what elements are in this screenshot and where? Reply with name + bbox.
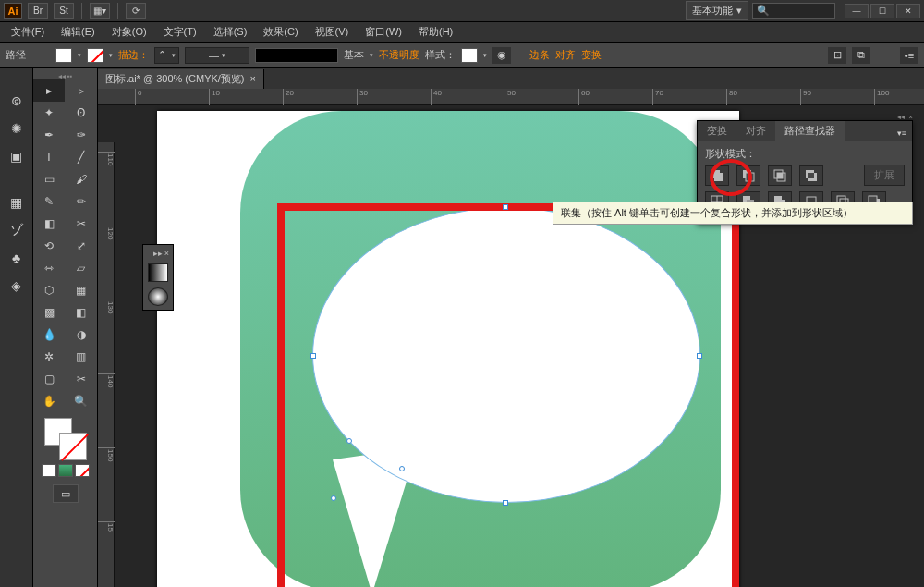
pencil-tool[interactable]: ✏ <box>66 190 97 213</box>
link-align[interactable]: 对齐 <box>555 48 576 62</box>
brush-definition[interactable] <box>255 48 338 63</box>
var-width-profile[interactable]: — ▾ <box>185 47 249 64</box>
menu-file[interactable]: 文件(F) <box>4 23 52 41</box>
menu-object[interactable]: 对象(O) <box>104 23 154 41</box>
swatches-icon[interactable]: ◈ <box>6 275 27 296</box>
gradient-tool[interactable]: ◧ <box>66 301 97 324</box>
panel-grip[interactable]: ◂◂× <box>697 113 913 120</box>
radial-gradient-swatch[interactable] <box>148 287 168 306</box>
linear-gradient-swatch[interactable] <box>148 263 168 282</box>
isolate-button[interactable]: ⊡ <box>828 47 846 64</box>
layers-icon[interactable]: ▣ <box>6 146 27 166</box>
minimize-button[interactable]: — <box>845 4 869 18</box>
cc-libraries-icon[interactable]: ⊚ <box>6 91 27 111</box>
anchor-point[interactable] <box>503 500 508 506</box>
stock-icon[interactable]: St <box>54 3 74 19</box>
arrange-docs-icon[interactable]: ▦▾ <box>90 3 110 19</box>
direct-selection-tool[interactable]: ▹ <box>66 79 97 102</box>
menu-view[interactable]: 视图(V) <box>308 23 357 41</box>
link-border[interactable]: 边条 <box>529 48 550 62</box>
anchor-point[interactable] <box>346 438 352 444</box>
recolor-artwork-button[interactable]: ◉ <box>492 47 511 64</box>
scissors-tool[interactable]: ✂ <box>66 213 97 235</box>
workspace-switcher[interactable]: 基本功能 ▾ <box>686 1 748 20</box>
chevron-down-icon[interactable]: ▾ <box>483 52 487 59</box>
color-mode-swatch[interactable] <box>42 464 56 477</box>
close-icon[interactable]: × <box>164 249 169 258</box>
curvature-tool[interactable]: ✑ <box>66 124 97 146</box>
tab-transform[interactable]: 变换 <box>698 121 736 141</box>
expand-button[interactable]: 扩展 <box>864 165 905 186</box>
properties-icon[interactable]: ✺ <box>6 118 27 139</box>
pathfinder-exclude-button[interactable] <box>799 165 823 186</box>
brushes-icon[interactable]: ゾ <box>6 220 27 240</box>
ruler-vertical[interactable]: 110 120 130 140 150 15 <box>98 142 115 587</box>
menu-effect[interactable]: 效果(C) <box>256 23 305 41</box>
line-tool[interactable]: ╱ <box>66 146 97 168</box>
anchor-point[interactable] <box>331 495 336 501</box>
menu-select[interactable]: 选择(S) <box>206 23 255 41</box>
chevron-down-icon[interactable]: ▾ <box>109 52 113 59</box>
panel-menu-icon[interactable]: ▾≡ <box>892 126 912 141</box>
scale-tool[interactable]: ⤢ <box>66 235 97 257</box>
width-tool[interactable]: ⇿ <box>33 257 65 279</box>
gradient-mini-panel[interactable]: ▸▸× <box>142 244 174 311</box>
document-tab[interactable]: 图标.ai* @ 300% (CMYK/预览) × <box>98 69 264 89</box>
menu-help[interactable]: 帮助(H) <box>411 23 460 41</box>
lasso-tool[interactable]: ʘ <box>66 102 97 124</box>
artboard-tool[interactable]: ▢ <box>33 368 65 390</box>
eyedropper-tool[interactable]: 💧 <box>33 324 65 346</box>
close-tab-icon[interactable]: × <box>250 73 256 84</box>
eraser-tool[interactable]: ◧ <box>33 213 65 235</box>
anchor-point[interactable] <box>503 204 508 210</box>
selection-tool[interactable]: ▸ <box>33 79 65 102</box>
symbol-sprayer-tool[interactable]: ✲ <box>33 346 65 368</box>
screen-mode-button[interactable]: ▭ <box>53 484 79 503</box>
shaper-tool[interactable]: ✎ <box>33 190 65 213</box>
stroke-weight-field[interactable]: ⌃▾ <box>154 47 179 64</box>
pathfinder-intersect-button[interactable] <box>768 165 792 186</box>
stroke-swatch[interactable] <box>87 48 103 63</box>
stroke-label[interactable]: 描边： <box>118 48 149 62</box>
close-button[interactable]: ✕ <box>896 4 920 18</box>
chevron-down-icon[interactable]: ▾ <box>78 52 81 59</box>
type-tool[interactable]: T <box>33 146 65 168</box>
edit-clip-button[interactable]: ⧉ <box>852 47 870 64</box>
gradient-mode-swatch[interactable] <box>58 464 73 477</box>
fill-swatch[interactable] <box>55 48 72 63</box>
fill-stroke-indicator[interactable] <box>44 418 87 460</box>
zoom-tool[interactable]: 🔍 <box>66 390 97 412</box>
graphic-style-swatch[interactable] <box>461 48 478 63</box>
symbols-icon[interactable]: ♣ <box>6 248 27 268</box>
link-transform[interactable]: 变换 <box>581 48 602 62</box>
paintbrush-tool[interactable]: 🖌 <box>66 168 97 190</box>
menu-window[interactable]: 窗口(W) <box>358 23 409 41</box>
mesh-tool[interactable]: ▩ <box>33 301 65 324</box>
hand-tool[interactable]: ✋ <box>33 390 65 412</box>
chevron-down-icon[interactable]: ▾ <box>370 52 373 59</box>
rotate-tool[interactable]: ⟲ <box>33 235 65 257</box>
free-transform-tool[interactable]: ▱ <box>66 257 97 279</box>
tab-align[interactable]: 对齐 <box>736 121 775 141</box>
tab-pathfinder[interactable]: 路径查找器 <box>775 121 845 141</box>
anchor-point[interactable] <box>399 466 405 471</box>
shape-builder-tool[interactable]: ⬡ <box>33 279 65 301</box>
anchor-point[interactable] <box>310 353 316 359</box>
control-menu-button[interactable]: •≡ <box>900 47 918 64</box>
graph-tool[interactable]: ▥ <box>66 346 97 368</box>
magic-wand-tool[interactable]: ✦ <box>33 102 65 124</box>
perspective-tool[interactable]: ▦ <box>66 279 97 301</box>
grid-icon[interactable]: ▦ <box>6 192 27 213</box>
slice-tool[interactable]: ✂ <box>66 368 97 390</box>
collapse-icon[interactable]: ▸▸ <box>153 249 163 258</box>
gpu-icon[interactable]: ⟳ <box>126 3 146 19</box>
menu-type[interactable]: 文字(T) <box>156 23 204 41</box>
pen-tool[interactable]: ✒ <box>33 124 65 146</box>
anchor-point[interactable] <box>697 353 702 359</box>
none-mode-swatch[interactable] <box>75 464 90 477</box>
bridge-icon[interactable]: Br <box>28 3 48 19</box>
menu-edit[interactable]: 编辑(E) <box>54 23 103 41</box>
search-input[interactable]: 🔍 <box>752 3 835 19</box>
panel-grip[interactable]: ◂◂ ▪▪ <box>33 72 97 79</box>
blend-tool[interactable]: ◑ <box>66 324 97 346</box>
